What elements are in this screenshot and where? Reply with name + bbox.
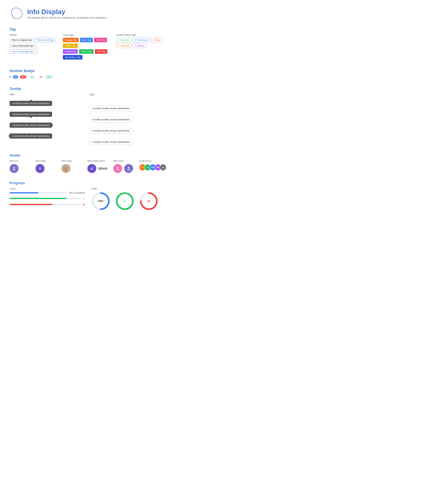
tooltip-dark-4-wrapper: A tooltip provides simple explanations [10, 133, 86, 139]
avatar-name-col: With Display Name U Ulrich [87, 160, 111, 173]
tag-default-label: Default [10, 34, 60, 36]
avatar-image-label: With Image [62, 160, 72, 162]
progress-linear-label: Linear [10, 187, 85, 190]
tooltip-dark-3-wrapper: A tooltip provides simple explanations [10, 123, 86, 128]
badge-row: 5 34 457 +211 -45 999+ [10, 75, 166, 79]
badge-plain: 5 [10, 76, 11, 79]
tooltip-dark-label: Dark [10, 93, 86, 96]
avatar-icon-col: With Icon [10, 160, 33, 173]
tag-orange: Orange Tag [63, 38, 79, 42]
tag-remove-blue-btn[interactable]: × [34, 50, 35, 53]
tooltip-light-label: Light [90, 93, 166, 96]
progress-circle-col: Circle 50% ✓ [91, 187, 166, 211]
progress-section: Progress Linear 50% Completed ✓ [10, 181, 166, 211]
tag-green: Green Tag [79, 49, 94, 54]
progress-bar-track-1 [10, 192, 67, 193]
svg-point-2 [65, 167, 67, 169]
progress-circle-label: Circle [91, 187, 166, 190]
avatar-initials-col: With Initials U [35, 160, 59, 173]
tag-status-col: System Status Tags ✓Success ⚙Processing … [116, 34, 166, 61]
tag-regular: This is a regular tag [10, 38, 33, 42]
svg-point-0 [13, 167, 15, 169]
avatar-section-title: Avatar [10, 153, 166, 158]
avatar-image [62, 164, 70, 173]
warning-icon: ⚠ [118, 45, 120, 47]
avatar-name-circle: U [87, 164, 96, 173]
avatar-status-pair [113, 164, 133, 173]
avatar-status-label: With Status [113, 160, 124, 162]
tag-color-row2: Purple Tag Green Tag Red Tag Brand Blue … [63, 49, 113, 60]
progress-linear-bars: 50% Completed ✓ ⊗ [10, 192, 85, 206]
error-icon: ⊗ [153, 39, 155, 41]
tooltip-light-items: A tooltip provides simple explanations A… [90, 98, 166, 145]
status-dot-green [120, 171, 122, 173]
avatar-icon [10, 164, 18, 173]
tag-removable-plain: I am a removable tag × [10, 44, 37, 48]
circle-x-icon: ✕ [147, 199, 151, 204]
progress-section-title: Progress [10, 181, 166, 185]
tag-href[interactable]: This is a href tag [35, 38, 56, 42]
avatar-initials: U [35, 164, 45, 173]
avatar-display-name: Ulrich [98, 167, 107, 170]
tag-processing: ⚙Processing [132, 38, 150, 42]
avatar-plus: +8 [160, 164, 166, 171]
tag-purple: Purple Tag [63, 49, 78, 54]
badge-red-text: -45 [38, 75, 44, 79]
tag-red: Red Tag [95, 49, 107, 54]
tag-color-label: Color Tags [63, 34, 113, 36]
tag-blue: Blue Tag [80, 38, 93, 42]
tooltip-section-title: Tooltip [10, 87, 166, 91]
progress-bar-row-1: 50% Completed [10, 192, 85, 194]
svg-point-3 [117, 167, 119, 169]
tooltip-dark-2-wrapper: A tooltip provides simple explanations [10, 112, 86, 117]
circle-check-icon: ✓ [123, 199, 127, 204]
tag-grid: Default This is a regular tag This is a … [10, 34, 166, 61]
progress-linear-col: Linear 50% Completed ✓ [10, 187, 85, 206]
tag-brand-blue: Brand Blue Tag [63, 55, 82, 60]
circle-progress-3: ✕ [139, 192, 159, 211]
badge-green-outline: 999+ [46, 75, 53, 79]
tooltip-light-arrow-right: A tooltip provides simple explanations [90, 128, 132, 133]
person-icon-pink [115, 166, 120, 171]
tooltip-dark-arrow-left: A tooltip provides simple explanations [10, 133, 52, 139]
avatar-section: Avatar With Icon With Initials U With Im… [10, 153, 166, 173]
person-icon-purple [127, 166, 131, 171]
tag-status-row1: ✓Success ⚙Processing ⊗Error [116, 38, 166, 42]
circle-label-1: 50% [98, 200, 103, 203]
progress-layout: Linear 50% Completed ✓ [10, 187, 166, 211]
tag-waiting: ⏱Waiting [132, 44, 146, 48]
tooltip-section: Tooltip Dark A tooltip provides simple e… [10, 87, 166, 145]
progress-bar-row-3: ⊗ [10, 203, 85, 206]
tag-warning: ⚠Warning [116, 44, 131, 48]
tag-removable-blue: I am a removable tag × [10, 49, 37, 54]
avatar-group-label: Avatar Group [139, 160, 152, 162]
progress-x-icon: ⊗ [82, 203, 85, 206]
avatar-group-col: Avatar Group YC A BK PC +8 [139, 160, 166, 171]
tag-color-col: Color Tags Orange Tag Blue Tag Pink Tag … [63, 34, 113, 61]
avatar-with-name: U Ulrich [87, 164, 107, 173]
progress-check-icon: ✓ [82, 197, 85, 200]
tooltip-layout: Dark A tooltip provides simple explanati… [10, 93, 166, 145]
tag-pink: Pink Tag [94, 38, 107, 42]
waiting-icon: ⏱ [134, 45, 136, 47]
person-icon [12, 166, 16, 171]
avatar-name-label: With Display Name [87, 160, 105, 162]
avatar-group: YC A BK PC +8 [139, 164, 166, 171]
tooltip-dark-1-wrapper: A tooltip provides simple explanations [10, 101, 86, 106]
tooltip-light-arrow-left: A tooltip provides simple explanations [90, 139, 132, 145]
avatar-image-col: With Image [62, 160, 85, 173]
tag-section-title: Tag [10, 27, 166, 31]
tooltip-dark-arrow-top: A tooltip provides simple explanations [10, 101, 52, 106]
page-header: Info Display Info display allows objects… [10, 6, 166, 21]
badge-section: Number Badge 5 34 457 +211 -45 999+ [10, 69, 166, 79]
page-title: Info Display [27, 8, 107, 16]
logo-icon [10, 6, 24, 21]
progress-bar-row-2: ✓ [10, 197, 85, 200]
progress-bar-track-2 [10, 198, 80, 199]
tooltip-dark-arrow-bottom: A tooltip provides simple explanations [10, 112, 52, 117]
progress-bar-track-3 [10, 204, 80, 205]
processing-icon: ⚙ [135, 39, 136, 41]
tooltip-light-arrow-bottom: A tooltip provides simple explanations [90, 117, 132, 122]
progress-bar-fill-3 [10, 204, 52, 205]
tag-remove-plain-btn[interactable]: × [34, 45, 35, 47]
